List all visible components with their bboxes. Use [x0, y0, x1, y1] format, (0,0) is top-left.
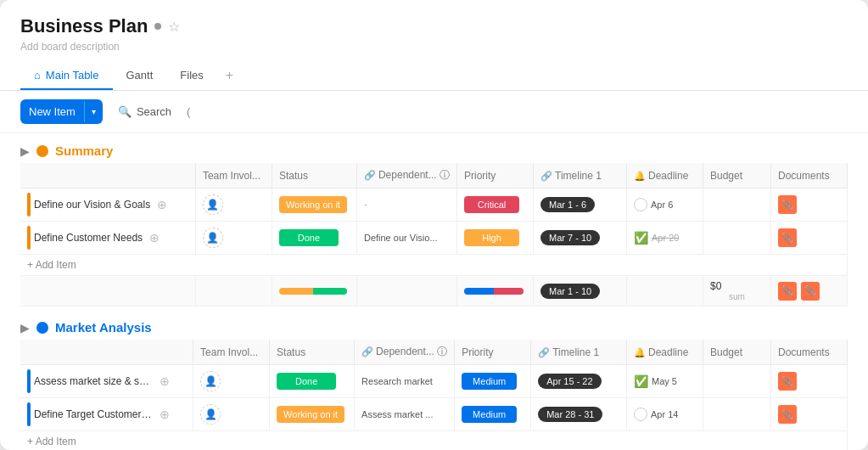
deadline-circle: [634, 198, 647, 211]
deadline-check-icon: ✅: [634, 231, 648, 245]
col-header-dep: 🔗Dependent... ⓘ: [356, 163, 456, 188]
add-row-icon[interactable]: ⊕: [157, 198, 167, 211]
doc-icon[interactable]: 📎: [778, 195, 797, 214]
new-item-dropdown-arrow[interactable]: ▾: [84, 101, 103, 122]
add-item-row[interactable]: + Add Item: [20, 255, 848, 276]
col-header-team: Team Invol...: [195, 163, 272, 188]
tab-add[interactable]: +: [217, 61, 242, 90]
status-badge[interactable]: Working on it: [277, 406, 344, 423]
row-name[interactable]: Define Customer Needs: [34, 232, 143, 244]
doc-icon[interactable]: 📎: [778, 372, 797, 391]
add-row-icon[interactable]: ⊕: [160, 408, 170, 421]
col-header-documents: Documents: [771, 340, 848, 365]
timeline-badge[interactable]: Mar 1 - 6: [540, 197, 595, 212]
deadline-text: Apr 6: [651, 200, 673, 210]
star-icon[interactable]: ☆: [168, 19, 180, 35]
priority-badge[interactable]: Medium: [462, 406, 517, 423]
priority-bar-red: [494, 288, 524, 295]
summary-name-cell: [20, 276, 195, 307]
avatar-placeholder[interactable]: 👤: [200, 371, 221, 391]
dep-cell: Research market: [355, 365, 455, 398]
status-badge[interactable]: Working on it: [279, 196, 347, 213]
priority-badge[interactable]: Medium: [462, 373, 517, 390]
group-market-analysis: ▶ Market Analysis Team Invol... Status 🔗…: [20, 310, 848, 450]
add-row-icon[interactable]: ⊕: [160, 374, 170, 388]
avatar-placeholder[interactable]: 👤: [200, 404, 221, 425]
col-header-status: Status: [270, 340, 355, 365]
avatar-placeholder[interactable]: 👤: [203, 194, 223, 215]
doc-icon-sum[interactable]: 📎: [778, 282, 797, 301]
board-content: ▶ Summary Team Invol... Status 🔗Dependen…: [0, 133, 868, 450]
group-bar: [27, 226, 31, 250]
group-bar: [27, 369, 31, 393]
timeline-cell[interactable]: Mar 7 - 10: [534, 222, 627, 255]
doc-icon-sum2[interactable]: 📎: [801, 282, 820, 301]
summary-budget: $0sum: [710, 280, 764, 301]
priority-cell[interactable]: Medium: [455, 398, 531, 431]
doc-icon[interactable]: 📎: [778, 228, 797, 247]
deadline-cell: Apr 14: [627, 398, 703, 431]
app-container: Business Plan ☆ Add board description ⌂ …: [0, 0, 868, 450]
col-header-deadline: 🔔Deadline: [627, 340, 703, 365]
timeline-cell[interactable]: Mar 28 - 31: [531, 398, 627, 431]
search-button[interactable]: 🔍 Search: [109, 100, 180, 123]
priority-cell[interactable]: High: [457, 222, 534, 255]
tab-gantt[interactable]: Gantt: [113, 62, 167, 90]
priority-cell[interactable]: Medium: [455, 365, 531, 398]
collapse-icon[interactable]: ▶: [20, 144, 30, 158]
table-row: Assess market size & scope ⊕ 👤 Done: [20, 365, 848, 398]
dep-cell: Define our Visio...: [356, 222, 456, 255]
summary-team-cell: [195, 276, 272, 307]
add-item-row[interactable]: + Add Item: [20, 431, 848, 451]
group-bar: [27, 193, 31, 217]
deadline-text: May 5: [652, 376, 677, 386]
avatar-placeholder[interactable]: 👤: [203, 228, 223, 248]
priority-cell[interactable]: Critical: [457, 188, 534, 222]
row-name[interactable]: Define our Vision & Goals: [34, 199, 150, 211]
doc-cell: 📎: [771, 188, 848, 222]
home-icon: ⌂: [34, 69, 41, 82]
priority-badge[interactable]: Critical: [464, 196, 519, 213]
group-title-summary[interactable]: Summary: [55, 143, 113, 158]
doc-cell: 📎: [771, 365, 848, 398]
team-cell: 👤: [193, 365, 270, 398]
collapse-icon[interactable]: ▶: [20, 321, 30, 335]
tab-files[interactable]: Files: [166, 62, 216, 90]
dep-cell: Assess market ...: [355, 398, 455, 431]
tabs: ⌂ Main Table Gantt Files +: [20, 61, 848, 90]
status-cell[interactable]: Done: [272, 222, 356, 255]
new-item-button[interactable]: New Item ▾: [20, 99, 103, 124]
deadline-cell: ✅ May 5: [627, 365, 703, 398]
status-cell[interactable]: Done: [270, 365, 355, 398]
add-item-cell[interactable]: + Add Item: [20, 431, 848, 451]
row-name[interactable]: Define Target Customer & Need: [34, 408, 153, 420]
col-header-timeline: 🔗Timeline 1: [534, 163, 627, 188]
doc-icon[interactable]: 📎: [778, 405, 797, 424]
summary-status-cell: [272, 276, 356, 307]
status-badge[interactable]: Done: [277, 373, 336, 390]
row-name[interactable]: Assess market size & scope: [34, 375, 153, 387]
status-cell[interactable]: Working on it: [270, 398, 355, 431]
group-title-market[interactable]: Market Analysis: [55, 320, 152, 335]
dep-text: Define our Visio...: [364, 233, 438, 243]
priority-badge[interactable]: High: [464, 229, 519, 246]
col-header-name: [20, 340, 193, 365]
timeline-badge[interactable]: Mar 28 - 31: [538, 407, 602, 422]
status-bar: [279, 288, 347, 295]
status-badge[interactable]: Done: [279, 229, 339, 246]
add-row-icon[interactable]: ⊕: [149, 231, 160, 245]
add-item-cell[interactable]: + Add Item: [20, 255, 848, 276]
timeline-badge[interactable]: Mar 7 - 10: [540, 230, 600, 245]
status-cell[interactable]: Working on it: [272, 188, 356, 222]
timeline-cell[interactable]: Mar 1 - 6: [534, 188, 627, 222]
group-market-table: Team Invol... Status 🔗Dependent... ⓘ Pri…: [20, 340, 848, 450]
board-description[interactable]: Add board description: [20, 41, 848, 53]
timeline-cell[interactable]: Apr 15 - 22: [531, 365, 627, 398]
budget-cell: [703, 365, 771, 398]
search-icon: 🔍: [118, 105, 132, 118]
tab-main-table[interactable]: ⌂ Main Table: [20, 62, 113, 90]
timeline-badge[interactable]: Apr 15 - 22: [538, 374, 601, 389]
group-market-analysis-header: ▶ Market Analysis: [20, 310, 848, 340]
summary-deadline-cell: [627, 276, 703, 307]
group-bar: [27, 402, 31, 426]
